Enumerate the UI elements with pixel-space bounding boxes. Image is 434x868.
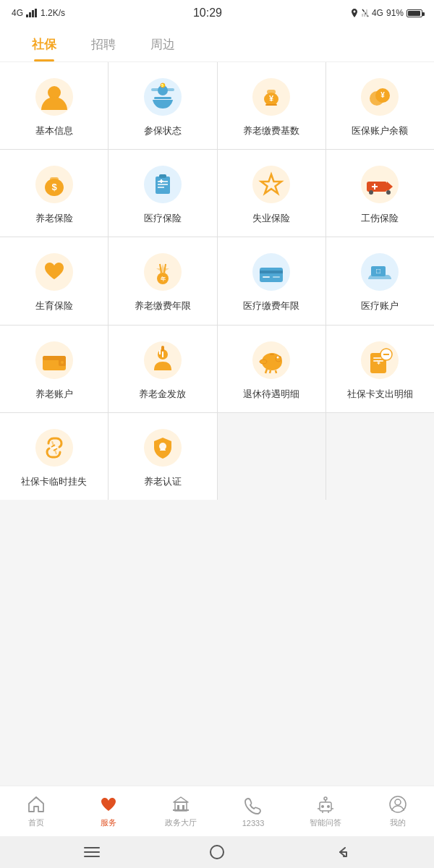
sys-home-button[interactable] xyxy=(206,841,228,863)
retirement-detail-label: 退休待遇明细 xyxy=(243,388,299,401)
insurance-status-label: 参保状态 xyxy=(144,124,182,137)
svg-text:$: $ xyxy=(51,182,57,192)
heart-icon xyxy=(34,252,75,292)
worker-icon: 5 xyxy=(142,77,183,117)
grid-item-medical-years[interactable]: 医疗缴费年限 xyxy=(218,237,326,324)
grid-item-basic-info[interactable]: 基本信息 xyxy=(0,62,108,149)
svg-text:□: □ xyxy=(376,267,380,275)
grid-item-maternity[interactable]: 生育保险 xyxy=(0,237,108,324)
tab-shebao[interactable]: 社保 xyxy=(14,26,74,61)
network-4g: 4G xyxy=(372,8,383,18)
svg-rect-1 xyxy=(29,12,31,17)
svg-point-107 xyxy=(210,846,224,859)
nav-item-service[interactable]: 服务 xyxy=(72,786,145,836)
nav-item-ai[interactable]: 智能问答 xyxy=(289,786,362,836)
svg-rect-50 xyxy=(260,268,283,282)
svg-rect-7 xyxy=(366,9,367,17)
tab-zhoubian[interactable]: 周边 xyxy=(133,26,192,61)
signal-bars-icon xyxy=(26,9,38,17)
status-bar: 4G 1.2K/s 10:29 4G 91% xyxy=(0,0,434,26)
grid-item-unemployment[interactable]: 失业保险 xyxy=(218,150,326,237)
card-icon xyxy=(251,252,292,292)
tab-zhaopin[interactable]: 招聘 xyxy=(74,26,133,61)
grid-item-pension-payment[interactable]: 养老金发放 xyxy=(109,326,216,412)
svg-rect-51 xyxy=(260,271,283,273)
grid-item-pension-base[interactable]: ¥ 养老缴费基数 xyxy=(218,62,326,149)
nav-service-label: 服务 xyxy=(101,817,116,828)
nav-item-mine[interactable]: 我的 xyxy=(362,786,434,836)
nav-item-home[interactable]: 首页 xyxy=(0,786,72,836)
svg-point-61 xyxy=(61,361,64,364)
medical-balance-label: 医保账户余额 xyxy=(352,124,408,137)
grid-item-insurance-status[interactable]: 5 参保状态 xyxy=(109,62,216,149)
service-heart-icon xyxy=(98,794,119,814)
medical-years-label: 医疗缴费年限 xyxy=(243,299,299,312)
svg-rect-31 xyxy=(159,174,166,178)
pension-account-label: 养老账户 xyxy=(35,388,73,401)
wallet-icon xyxy=(34,340,75,380)
grid-item-pension-auth[interactable]: 养老认证 xyxy=(109,413,216,500)
grid-item-pension-insurance[interactable]: $ 养老保险 xyxy=(0,150,108,237)
svg-rect-5 xyxy=(362,14,363,17)
svg-marker-90 xyxy=(174,797,188,802)
nav-gov-label: 政务大厅 xyxy=(165,817,197,828)
svg-rect-2 xyxy=(32,10,34,17)
card-expense-label: 社保卡支出明细 xyxy=(347,388,413,401)
grid-empty-1 xyxy=(218,413,326,500)
coin-bag-icon: ¥ xyxy=(251,77,292,117)
status-left: 4G 1.2K/s xyxy=(12,8,65,18)
svg-text:5: 5 xyxy=(161,83,163,88)
piggy-icon xyxy=(251,340,292,380)
pension-insurance-label: 养老保险 xyxy=(35,212,73,225)
work-injury-label: 工伤保险 xyxy=(361,212,399,225)
grid-item-medical-balance[interactable]: ¥ 医保账户余额 xyxy=(326,62,434,149)
time-display: 10:29 xyxy=(193,7,222,20)
svg-point-95 xyxy=(327,805,330,808)
grid-item-retirement-detail[interactable]: 退休待遇明细 xyxy=(218,326,326,412)
services-grid: 基本信息 5 参保状态 xyxy=(0,62,434,500)
pension-years-label: 养老缴费年限 xyxy=(135,299,191,312)
grid-item-work-injury[interactable]: 工伤保险 xyxy=(326,150,434,237)
hand-box-icon: □ xyxy=(359,252,400,292)
svg-rect-0 xyxy=(26,14,28,17)
signal-text: 4G xyxy=(12,8,23,18)
sys-home-icon xyxy=(209,844,225,860)
unemployment-label: 失业保险 xyxy=(252,212,290,225)
nav-item-gov-hall[interactable]: 政务大厅 xyxy=(145,786,217,836)
shield-icon xyxy=(142,427,183,468)
grid-item-card-lost[interactable]: 社保卡临时挂失 xyxy=(0,413,108,500)
card-minus-icon: ¥ xyxy=(359,340,400,380)
nurse-icon xyxy=(142,340,183,380)
person-icon xyxy=(34,77,75,117)
person-circle-icon xyxy=(388,794,408,814)
svg-text:¥: ¥ xyxy=(269,94,274,103)
no-signal-icon xyxy=(362,9,369,17)
bottom-nav: 首页 服务 政务大厅 12333 xyxy=(0,786,434,836)
svg-text:年: 年 xyxy=(159,276,165,281)
svg-point-103 xyxy=(395,799,401,805)
phone-icon xyxy=(243,796,263,816)
battery-percent: 91% xyxy=(386,8,404,18)
menu-lines-icon xyxy=(83,846,101,859)
pension-payment-label: 养老金发放 xyxy=(139,388,186,401)
svg-point-68 xyxy=(260,359,267,364)
svg-rect-64 xyxy=(161,346,164,352)
grid-item-medical-insurance[interactable]: 医疗保险 xyxy=(109,150,216,237)
grid-container: 基本信息 5 参保状态 xyxy=(0,62,434,786)
grid-item-pension-years[interactable]: 年 养老缴费年限 xyxy=(109,237,216,324)
grid-item-pension-account[interactable]: 养老账户 xyxy=(0,326,108,412)
nav-item-12333[interactable]: 12333 xyxy=(217,786,289,836)
nav-mine-label: 我的 xyxy=(390,817,406,828)
nav-tabs: 社保 招聘 周边 xyxy=(0,26,434,62)
sys-menu-button[interactable] xyxy=(81,841,103,863)
grid-item-medical-account[interactable]: □ 医疗账户 xyxy=(326,237,434,324)
svg-rect-13 xyxy=(151,88,174,91)
svg-rect-6 xyxy=(364,12,365,17)
svg-rect-73 xyxy=(270,354,274,355)
nav-12333-label: 12333 xyxy=(242,819,265,827)
building-icon xyxy=(171,794,191,814)
star-icon xyxy=(251,164,292,205)
grid-item-card-expense[interactable]: ¥ 社保卡支出明细 xyxy=(326,326,434,412)
medal-icon: 年 xyxy=(142,252,183,292)
sys-back-button[interactable] xyxy=(331,841,353,863)
